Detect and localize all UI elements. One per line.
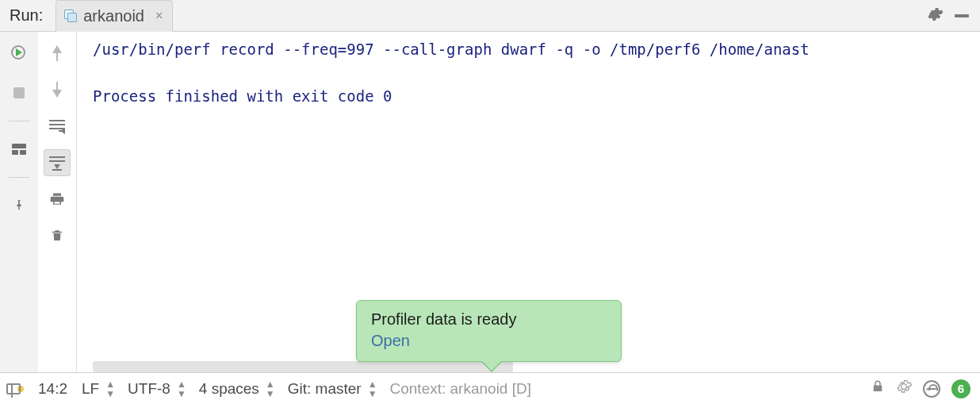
horizontal-scrollbar[interactable] bbox=[93, 361, 513, 372]
rerun-button[interactable] bbox=[6, 40, 33, 67]
indent-selector[interactable]: 4 spaces ▲▼ bbox=[199, 379, 274, 398]
up-arrow-icon bbox=[52, 45, 62, 61]
tab-title: arkanoid bbox=[83, 7, 144, 25]
chevron-updown-icon: ▲▼ bbox=[266, 379, 274, 398]
print-icon bbox=[49, 191, 65, 207]
readonly-toggle[interactable] bbox=[871, 379, 885, 398]
pin-button[interactable] bbox=[6, 192, 33, 219]
scroll-to-end-icon bbox=[49, 156, 65, 169]
scroll-to-end-button[interactable] bbox=[44, 149, 71, 176]
softwrap-button[interactable] bbox=[44, 113, 71, 140]
print-button[interactable] bbox=[44, 186, 71, 213]
chevron-updown-icon: ▲▼ bbox=[368, 379, 376, 398]
run-tab-arkanoid[interactable]: arkanoid × bbox=[56, 0, 173, 32]
layout-icon bbox=[12, 144, 26, 155]
previous-button[interactable] bbox=[44, 40, 71, 67]
console-text: /usr/bin/perf record --freq=997 --call-g… bbox=[77, 32, 980, 108]
run-header: Run: arkanoid × bbox=[0, 0, 980, 32]
run-rail-left bbox=[0, 32, 38, 372]
task-context[interactable]: Context: arkanoid [D] bbox=[390, 380, 531, 398]
layout-button[interactable] bbox=[6, 136, 33, 163]
profiler-notification: Profiler data is ready Open bbox=[356, 300, 622, 362]
tool-window-icon[interactable] bbox=[6, 383, 21, 394]
status-bar: 14:2 LF ▲▼ UTF-8 ▲▼ 4 spaces ▲▼ Git: mas… bbox=[0, 372, 980, 404]
close-tab-icon[interactable]: × bbox=[155, 9, 163, 23]
minimize-icon[interactable] bbox=[955, 14, 969, 17]
run-label: Run: bbox=[0, 6, 51, 25]
ide-update-gear-icon bbox=[896, 379, 912, 394]
trash-icon bbox=[50, 228, 64, 244]
rail-divider bbox=[9, 121, 29, 121]
rail-divider bbox=[9, 177, 29, 178]
ide-update-icon[interactable] bbox=[896, 379, 912, 398]
gear-icon[interactable] bbox=[926, 6, 944, 26]
notifications-badge[interactable]: 6 bbox=[951, 379, 970, 398]
notification-title: Profiler data is ready bbox=[371, 310, 607, 329]
rerun-icon bbox=[11, 45, 27, 61]
git-branch-selector[interactable]: Git: master ▲▼ bbox=[288, 379, 376, 398]
code-with-me-icon[interactable] bbox=[923, 380, 940, 398]
encoding-selector[interactable]: UTF-8 ▲▼ bbox=[128, 379, 185, 398]
clear-all-button[interactable] bbox=[44, 222, 71, 249]
notification-open-link[interactable]: Open bbox=[371, 332, 607, 350]
lock-icon bbox=[871, 379, 885, 394]
caret-position[interactable]: 14:2 bbox=[38, 380, 67, 398]
run-config-icon bbox=[64, 10, 77, 22]
chevron-updown-icon: ▲▼ bbox=[105, 379, 113, 398]
down-arrow-icon bbox=[52, 82, 62, 98]
stop-icon bbox=[13, 87, 25, 98]
chevron-updown-icon: ▲▼ bbox=[177, 379, 185, 398]
softwrap-icon bbox=[49, 120, 65, 133]
next-button[interactable] bbox=[44, 76, 71, 103]
line-ending-selector[interactable]: LF ▲▼ bbox=[82, 379, 113, 398]
run-tool-window: /usr/bin/perf record --freq=997 --call-g… bbox=[0, 32, 980, 372]
run-rail-console bbox=[38, 32, 76, 372]
pin-icon bbox=[12, 198, 26, 213]
stop-button[interactable] bbox=[6, 79, 33, 106]
